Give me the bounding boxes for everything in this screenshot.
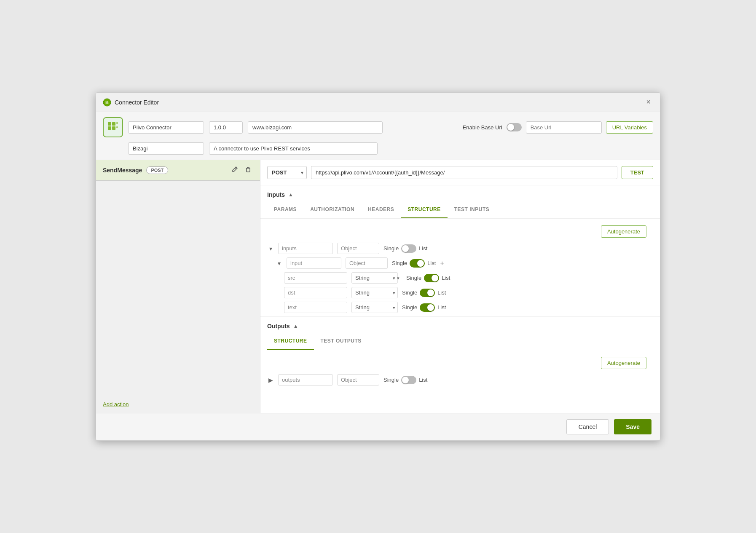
- edit-action-button[interactable]: [230, 165, 240, 175]
- input-tabs: PARAMS AUTHORIZATION HEADERS STRUCTURE T…: [260, 201, 660, 219]
- url-input[interactable]: https://api.plivo.com/v1/Account/{{auth_…: [311, 166, 617, 179]
- main-section: SendMessage POST: [96, 160, 660, 413]
- close-button[interactable]: ×: [643, 97, 653, 107]
- src-type-select[interactable]: String Number Boolean Object: [351, 272, 398, 284]
- outputs-single-label: Single: [383, 377, 399, 383]
- input-expand-icon[interactable]: ▾: [276, 260, 282, 267]
- right-panel: POST GET PUT DELETE https://api.plivo.co…: [260, 160, 660, 413]
- inputs-section-label: Inputs ▲: [260, 185, 660, 201]
- dst-type-select[interactable]: String Number Boolean Object: [351, 287, 398, 298]
- input-list-label: List: [427, 260, 436, 266]
- title-bar-left: B Connector Editor: [103, 98, 159, 107]
- input-single-label: Single: [392, 260, 407, 266]
- connector-icon: [103, 117, 123, 137]
- inputs-expand-icon[interactable]: ▾: [267, 245, 274, 252]
- outputs-chevron-icon[interactable]: ▲: [293, 323, 298, 329]
- tab-test-outputs[interactable]: TEST OUTPUTS: [314, 333, 368, 350]
- struct-row-inputs: ▾ Single List: [267, 243, 653, 254]
- connector-name-input[interactable]: Plivo Connector: [128, 121, 204, 134]
- outputs-section: Outputs ▲ STRUCTURE TEST OUTPUTS Autogen…: [260, 316, 660, 389]
- grid-icon: [106, 121, 120, 134]
- dst-toggle[interactable]: [420, 289, 435, 297]
- edit-icon: [231, 166, 238, 173]
- tab-authorization[interactable]: AUTHORIZATION: [303, 201, 361, 218]
- svg-rect-2: [108, 122, 111, 126]
- input-type-field[interactable]: [346, 257, 388, 269]
- method-url-bar: POST GET PUT DELETE https://api.plivo.co…: [260, 160, 660, 185]
- text-toggle[interactable]: [420, 303, 435, 312]
- app-logo-icon: B: [103, 98, 111, 107]
- src-list-label: List: [442, 275, 450, 281]
- outputs-content: Autogenerate ▶ Single List: [260, 350, 660, 386]
- outputs-autogenerate-wrapper: Autogenerate: [267, 354, 653, 374]
- svg-rect-8: [247, 168, 250, 172]
- inputs-chevron-icon[interactable]: ▲: [288, 192, 293, 198]
- struct-row-dst: String Number Boolean Object Single List: [284, 287, 653, 298]
- add-field-icon[interactable]: +: [440, 260, 444, 267]
- text-single-label: Single: [402, 304, 417, 311]
- enable-base-url-section: Enable Base Url URL Variables: [463, 121, 653, 134]
- test-button[interactable]: TEST: [622, 166, 653, 179]
- method-select[interactable]: POST GET PUT DELETE: [267, 166, 307, 179]
- delete-action-button[interactable]: [243, 165, 253, 175]
- struct-row-src: String Number Boolean Object Single List: [284, 272, 653, 284]
- outputs-single-list: Single List: [383, 376, 427, 384]
- outputs-autogenerate-button[interactable]: Autogenerate: [601, 357, 646, 369]
- enable-base-url-label: Enable Base Url: [463, 124, 502, 131]
- action-name-group: SendMessage POST: [103, 166, 168, 174]
- inputs-toggle[interactable]: [401, 244, 416, 253]
- tab-test-inputs[interactable]: TEST INPUTS: [448, 201, 496, 218]
- input-toggle[interactable]: [410, 259, 425, 268]
- author-input[interactable]: Bizagi: [128, 142, 204, 155]
- inputs-autogenerate-wrapper: Autogenerate ▾ Single List ▾: [260, 219, 660, 316]
- dst-single-list: Single List: [402, 289, 446, 297]
- add-action-link[interactable]: Add action: [103, 401, 129, 407]
- top-row1: Plivo Connector 1.0.0 www.bizagi.com Ena…: [103, 117, 653, 137]
- outputs-expand-icon[interactable]: ▶: [267, 377, 274, 383]
- trash-icon: [245, 166, 252, 173]
- input-name-field[interactable]: [287, 257, 341, 269]
- outputs-type-field[interactable]: [337, 374, 379, 386]
- connector-editor-dialog: B Connector Editor × Plivo Connector 1.0…: [96, 92, 660, 441]
- src-toggle[interactable]: [424, 274, 439, 282]
- top-section: Plivo Connector 1.0.0 www.bizagi.com Ena…: [96, 112, 660, 160]
- src-name-field[interactable]: [284, 272, 347, 284]
- text-name-field[interactable]: [284, 302, 347, 313]
- svg-rect-5: [112, 126, 115, 130]
- action-icons: [230, 165, 253, 175]
- action-item[interactable]: SendMessage POST: [96, 160, 260, 181]
- text-list-label: List: [437, 304, 446, 311]
- outputs-name-field[interactable]: [278, 374, 333, 386]
- struct-row-input: ▾ Single List +: [276, 257, 653, 269]
- url-variables-button[interactable]: URL Variables: [606, 121, 653, 134]
- tab-headers[interactable]: HEADERS: [361, 201, 401, 218]
- left-panel: SendMessage POST: [96, 160, 260, 413]
- text-type-wrapper: String Number Boolean Object: [351, 302, 398, 313]
- inputs-single-list: Single List: [383, 244, 427, 253]
- website-input[interactable]: www.bizagi.com: [248, 121, 383, 134]
- add-action-link-wrapper: Add action: [96, 395, 260, 413]
- save-button[interactable]: Save: [614, 419, 651, 434]
- src-type-wrapper: String Number Boolean Object: [351, 272, 398, 284]
- autogenerate-button[interactable]: Autogenerate: [601, 225, 646, 238]
- outputs-toggle[interactable]: [401, 376, 416, 384]
- base-url-input[interactable]: [526, 121, 602, 134]
- src-single-label: Single: [406, 275, 421, 281]
- enable-base-url-toggle[interactable]: [507, 123, 522, 131]
- cancel-button[interactable]: Cancel: [566, 419, 609, 434]
- top-row2: Bizagi A connector to use Plivo REST ser…: [103, 142, 653, 155]
- tab-structure[interactable]: STRUCTURE: [401, 201, 448, 218]
- dialog-title: Connector Editor: [115, 99, 159, 106]
- struct-row-text: String Number Boolean Object Single List: [284, 302, 653, 313]
- text-single-list: Single List: [402, 303, 446, 312]
- inputs-name-field[interactable]: [278, 243, 333, 254]
- description-input[interactable]: A connector to use Plivo REST services: [209, 142, 378, 155]
- tab-params[interactable]: PARAMS: [267, 201, 303, 218]
- autogenerate-wrapper: Autogenerate: [267, 222, 653, 243]
- version-input[interactable]: 1.0.0: [209, 121, 243, 134]
- dst-name-field[interactable]: [284, 287, 347, 298]
- text-type-select[interactable]: String Number Boolean Object: [351, 302, 398, 313]
- inputs-type-field[interactable]: [337, 243, 379, 254]
- footer: Cancel Save: [96, 413, 660, 440]
- tab-output-structure[interactable]: STRUCTURE: [267, 333, 314, 350]
